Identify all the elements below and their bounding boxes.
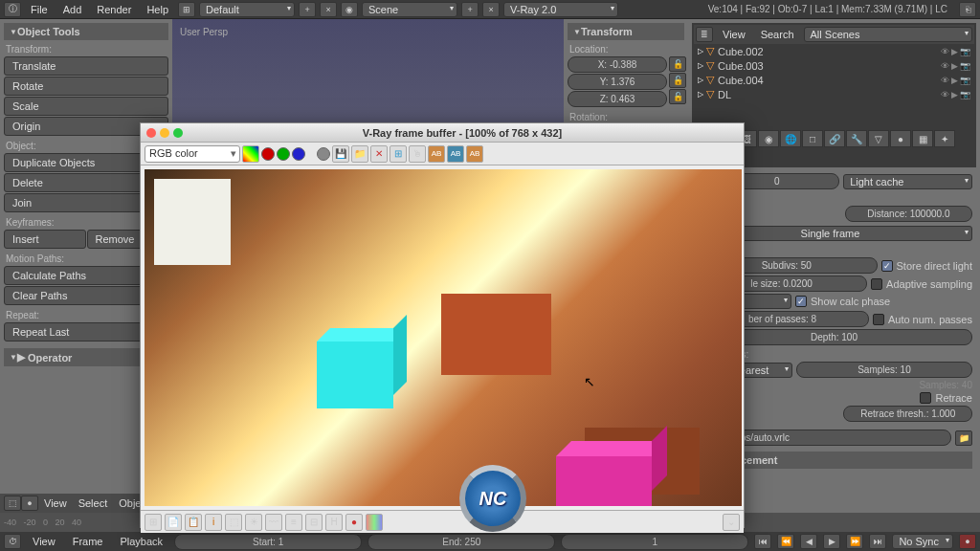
vfb-lut-icon[interactable]: ⊟	[305, 514, 323, 531]
render-icon[interactable]: 📷	[960, 90, 970, 99]
blue-channel-icon[interactable]	[292, 147, 305, 161]
location-x-field[interactable]: X: -0.388	[568, 56, 667, 73]
viewport-editor-icon[interactable]: ⬚	[4, 496, 21, 511]
material-tab-icon[interactable]: ●	[890, 130, 911, 147]
timeline-playback-menu[interactable]: Playback	[114, 534, 168, 549]
save-icon[interactable]: 💾	[332, 145, 349, 163]
view-menu[interactable]: View	[38, 496, 73, 511]
vfb-stop-icon[interactable]: ●	[345, 514, 363, 531]
scale-button[interactable]: Scale	[4, 97, 168, 116]
rotate-button[interactable]: Rotate	[4, 77, 168, 96]
vfb-tool-1-icon[interactable]: ⊞	[145, 514, 162, 531]
history-icon[interactable]: 📁	[351, 145, 368, 163]
location-y-field[interactable]: Y: 1.376	[568, 74, 667, 90]
outliner-search-menu[interactable]: Search	[755, 27, 800, 42]
outliner-row[interactable]: ▷▽Cube.002👁▶📷	[694, 44, 974, 58]
channel-dropdown[interactable]: RGB color	[145, 145, 240, 163]
vfb-info-icon[interactable]: i	[205, 514, 222, 531]
end-frame-field[interactable]: End: 250	[368, 534, 555, 550]
object-tools-header[interactable]: Object Tools	[4, 23, 168, 40]
vfb-h-icon[interactable]: H	[325, 514, 343, 531]
outliner-editor-icon[interactable]: ≣	[696, 27, 713, 42]
clear-icon[interactable]: ✕	[370, 145, 388, 163]
sync-dropdown[interactable]: No Sync	[892, 534, 953, 549]
play-reverse-icon[interactable]: ◀	[800, 534, 817, 549]
ab-compare-b-icon[interactable]: AB	[447, 145, 464, 163]
remove-layout-icon[interactable]: ×	[320, 2, 337, 17]
insert-keyframe-button[interactable]: Insert	[4, 230, 86, 249]
eye-icon[interactable]: 👁	[941, 90, 949, 99]
scene-icon[interactable]: ◉	[341, 2, 358, 17]
red-channel-icon[interactable]	[261, 147, 275, 161]
eye-icon[interactable]: 👁	[941, 47, 949, 56]
retrace-check[interactable]	[920, 392, 931, 404]
lock-x-icon[interactable]: 🔓	[669, 56, 686, 72]
menu-file[interactable]: File	[25, 2, 54, 17]
modifiers-tab-icon[interactable]: 🔧	[846, 130, 867, 147]
adaptive-check[interactable]	[871, 278, 882, 290]
autonum-check[interactable]	[873, 314, 884, 325]
transform-panel-header[interactable]: Transform	[568, 23, 684, 40]
region-icon[interactable]: ⊞	[390, 145, 407, 163]
vfb-swatch-icon[interactable]	[366, 514, 383, 531]
vfb-new-icon[interactable]: 📄	[165, 514, 182, 531]
timeline-editor-icon[interactable]: ⏱	[4, 534, 21, 549]
cursor-icon[interactable]: ▶	[951, 90, 958, 99]
track-mouse-icon[interactable]: 🖱	[409, 145, 426, 163]
texture-tab-icon[interactable]: ▦	[912, 130, 933, 147]
browse-icon[interactable]: 📁	[955, 430, 972, 446]
ab-compare-a-icon[interactable]: AB	[428, 145, 445, 163]
remove-scene-icon[interactable]: ×	[482, 2, 500, 17]
lock-z-icon[interactable]: 🔓	[669, 89, 686, 104]
distance-field[interactable]: Distance: 100000.0	[845, 206, 972, 222]
render-icon[interactable]: 📷	[960, 76, 970, 85]
rgb-icon[interactable]	[242, 145, 259, 163]
timeline-frame-menu[interactable]: Frame	[67, 534, 109, 549]
data-tab-icon[interactable]: ▽	[868, 130, 889, 147]
retrace-thresh-field[interactable]: Retrace thresh.: 1.000	[843, 406, 972, 422]
scene-tab-icon[interactable]: ◉	[758, 130, 779, 147]
minimize-icon[interactable]	[160, 128, 169, 138]
cursor-icon[interactable]: ▶	[951, 61, 958, 71]
render-icon[interactable]: 📷	[960, 61, 970, 71]
scene-dropdown[interactable]: Scene	[362, 2, 457, 17]
object-tab-icon[interactable]: □	[802, 130, 823, 147]
world-tab-icon[interactable]: 🌐	[780, 130, 801, 147]
location-z-field[interactable]: Z: 0.463	[568, 91, 667, 107]
showcalc-check[interactable]	[795, 296, 807, 307]
outliner-row[interactable]: ▷▽Cube.003👁▶📷	[694, 58, 974, 73]
outliner-row[interactable]: ▷▽DL👁▶📷	[694, 87, 974, 101]
layout-icon[interactable]: ⊞	[178, 2, 195, 17]
current-frame-field[interactable]: 1	[561, 534, 748, 550]
green-channel-icon[interactable]	[277, 147, 290, 161]
maximize-icon[interactable]	[173, 128, 183, 138]
renderer-dropdown[interactable]: V-Ray 2.0	[503, 2, 618, 17]
samples-field[interactable]: Samples: 10	[796, 362, 972, 378]
close-icon[interactable]	[146, 128, 156, 138]
outliner-filter-dropdown[interactable]: All Scenes	[804, 27, 972, 42]
vfb-expand-icon[interactable]: ⌄	[723, 514, 740, 531]
mode-icon[interactable]: ●	[21, 496, 38, 511]
constraints-tab-icon[interactable]: 🔗	[824, 130, 845, 147]
light-cache-dropdown[interactable]: Light cache	[843, 174, 972, 189]
translate-button[interactable]: Translate	[4, 56, 168, 76]
lock-y-icon[interactable]: 🔓	[669, 73, 686, 88]
store-direct-check[interactable]	[881, 260, 893, 272]
outliner-row[interactable]: ▷▽Cube.004👁▶📷	[694, 73, 974, 87]
render-icon[interactable]: 📷	[960, 47, 970, 56]
menu-add[interactable]: Add	[57, 2, 88, 17]
menu-render[interactable]: Render	[91, 2, 137, 17]
mono-channel-icon[interactable]	[317, 147, 330, 161]
vfb-copy-icon[interactable]: 📋	[185, 514, 202, 531]
blender-icon[interactable]: ⓘ	[4, 2, 21, 17]
prev-keyframe-icon[interactable]: ⏪	[777, 534, 794, 549]
outliner-view-menu[interactable]: View	[717, 27, 751, 42]
timeline-view-menu[interactable]: View	[27, 534, 61, 549]
next-keyframe-icon[interactable]: ⏩	[846, 534, 863, 549]
vray-titlebar[interactable]: V-Ray frame buffer - [100% of 768 x 432]	[141, 123, 744, 143]
layout-dropdown[interactable]: Default	[199, 2, 295, 17]
autokey-icon[interactable]: ●	[959, 534, 976, 549]
vfb-exposure-icon[interactable]: ☀	[245, 514, 262, 531]
cursor-icon[interactable]: ▶	[951, 47, 958, 56]
eye-icon[interactable]: 👁	[941, 76, 949, 85]
